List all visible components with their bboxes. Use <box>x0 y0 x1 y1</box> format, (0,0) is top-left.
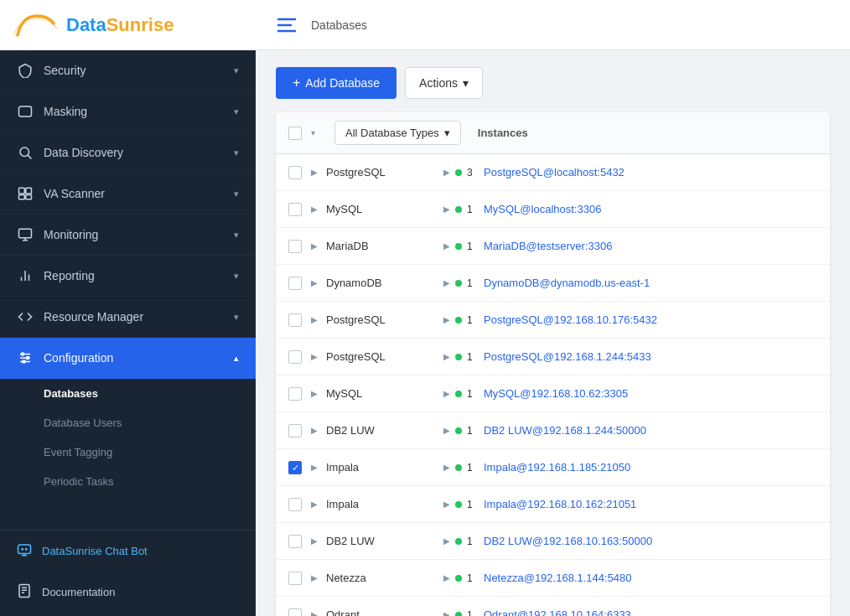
sort-wrap: ▾ <box>311 128 326 137</box>
instance-link[interactable]: MariaDB@testserver:3306 <box>484 240 612 252</box>
sidebar-subitem-database-users[interactable]: Database Users <box>0 408 256 437</box>
row-checkbox[interactable] <box>288 608 302 617</box>
sidebar-item-va-scanner[interactable]: VA Scanner ▾ <box>0 173 256 215</box>
instance-link[interactable]: DB2 LUW@192.168.1.244:50000 <box>484 424 646 437</box>
row-checkbox[interactable] <box>288 240 302 253</box>
sidebar-subitem-event-tagging[interactable]: Event Tagging <box>0 437 256 467</box>
row-checkbox-wrap[interactable] <box>288 165 303 180</box>
instance-link[interactable]: Qdrant@192.168.10.164:6333 <box>484 608 631 616</box>
sidebar-item-reporting[interactable]: Reporting ▾ <box>0 256 256 297</box>
expand-icon[interactable]: ▶ <box>311 463 318 472</box>
instance-link[interactable]: PostgreSQL@192.168.10.176:5432 <box>484 313 657 326</box>
status-dot <box>455 427 462 434</box>
row-checkbox[interactable] <box>288 498 302 511</box>
sidebar-item-configuration[interactable]: Configuration ▴ <box>0 338 256 379</box>
actions-button[interactable]: Actions ▾ <box>405 67 483 99</box>
instance-expand-icon[interactable]: ▶ <box>443 204 450 214</box>
row-checkbox[interactable] <box>288 572 302 585</box>
expand-icon[interactable]: ▶ <box>311 426 318 435</box>
svg-line-2 <box>28 155 31 158</box>
row-checkbox-wrap[interactable] <box>288 571 303 586</box>
select-all-checkbox-wrap[interactable] <box>288 126 303 141</box>
sidebar-item-security[interactable]: Security ▾ <box>0 50 256 91</box>
row-checkbox[interactable] <box>288 350 302 364</box>
plus-icon: + <box>293 75 300 91</box>
row-checkbox-wrap[interactable] <box>288 276 303 291</box>
instance-count: 3 <box>467 167 479 179</box>
row-checkbox[interactable] <box>288 387 302 401</box>
expand-icon[interactable]: ▶ <box>311 610 318 616</box>
instance-link[interactable]: Impala@192.168.10.162:21051 <box>484 498 636 510</box>
sidebar-subitem-periodic-tasks[interactable]: Periodic Tasks <box>0 467 256 496</box>
mask-icon <box>17 103 34 120</box>
sidebar-documentation[interactable]: Documentation <box>0 572 256 613</box>
instance-expand-icon[interactable]: ▶ <box>443 241 450 251</box>
sidebar-item-resource-manager[interactable]: Resource Manager ▾ <box>0 297 256 338</box>
row-checkbox-wrap[interactable] <box>288 460 303 475</box>
actions-label: Actions <box>419 76 458 90</box>
instance-expand-icon[interactable]: ▶ <box>443 426 450 435</box>
row-checkbox[interactable] <box>288 313 302 327</box>
expand-icon[interactable]: ▶ <box>311 500 318 509</box>
sidebar-toggle-button[interactable] <box>272 13 301 38</box>
instance-link[interactable]: PostgreSQL@192.168.1.244:5433 <box>484 350 651 363</box>
chevron-down-icon: ▾ <box>234 148 239 158</box>
instance-link[interactable]: DB2 LUW@192.168.10.163:50000 <box>484 535 652 547</box>
instance-expand-icon[interactable]: ▶ <box>443 536 450 546</box>
status-dot <box>455 243 462 250</box>
instance-link[interactable]: MySQL@192.168.10.62:3305 <box>484 387 628 400</box>
row-checkbox[interactable] <box>288 424 302 437</box>
row-checkbox-wrap[interactable] <box>288 239 303 254</box>
row-checkbox[interactable] <box>288 535 302 548</box>
instance-expand-icon[interactable]: ▶ <box>443 573 450 582</box>
sidebar-item-masking[interactable]: Masking ▾ <box>0 91 256 132</box>
row-checkbox-wrap[interactable] <box>288 349 303 365</box>
add-database-button[interactable]: + Add Database <box>276 67 396 99</box>
expand-icon[interactable]: ▶ <box>311 352 318 361</box>
instance-link[interactable]: DynamoDB@dynamodb.us-east-1 <box>484 277 650 289</box>
instance-link[interactable]: PostgreSQL@localhost:5432 <box>484 166 625 179</box>
instance-count: 1 <box>467 204 479 215</box>
expand-icon[interactable]: ▶ <box>311 573 318 582</box>
instance-expand-icon[interactable]: ▶ <box>443 278 450 287</box>
expand-icon[interactable]: ▶ <box>311 204 318 214</box>
row-checkbox[interactable] <box>288 203 302 216</box>
row-checkbox-wrap[interactable] <box>288 497 303 512</box>
row-checkbox-wrap[interactable] <box>288 423 303 438</box>
instance-link[interactable]: MySQL@localhost:3306 <box>484 203 601 215</box>
expand-icon[interactable]: ▶ <box>311 168 318 177</box>
row-checkbox-wrap[interactable] <box>288 386 303 401</box>
page-content: + Add Database Actions ▾ ▾ All Database … <box>256 50 850 616</box>
instance-expand-icon[interactable]: ▶ <box>443 168 450 177</box>
instance-expand-icon[interactable]: ▶ <box>443 500 450 509</box>
sidebar-chatbot[interactable]: DataSunrise Chat Bot <box>0 531 256 572</box>
instance-link[interactable]: Impala@192.168.1.185:21050 <box>484 461 630 474</box>
row-checkbox[interactable] <box>288 166 302 179</box>
row-checkbox-wrap[interactable] <box>288 534 303 549</box>
expand-icon[interactable]: ▶ <box>311 241 318 251</box>
row-checkbox-wrap[interactable] <box>288 313 303 328</box>
sidebar-subitem-databases[interactable]: Databases <box>0 379 256 408</box>
expand-icon[interactable]: ▶ <box>311 536 318 546</box>
select-all-checkbox[interactable] <box>288 127 302 140</box>
sidebar-item-data-discovery[interactable]: Data Discovery ▾ <box>0 132 256 173</box>
row-checkbox[interactable] <box>288 277 302 290</box>
instance-expand-icon[interactable]: ▶ <box>443 315 450 324</box>
filter-dropdown[interactable]: All Database Types ▾ <box>334 121 461 145</box>
instance-expand-icon[interactable]: ▶ <box>443 352 450 361</box>
sort-icon[interactable]: ▾ <box>311 128 315 137</box>
chevron-down-icon: ▾ <box>234 271 239 282</box>
row-checkbox-wrap[interactable] <box>288 608 303 617</box>
db-type-cell: PostgreSQL <box>326 350 435 363</box>
row-checkbox-wrap[interactable] <box>288 202 303 217</box>
instance-expand-icon[interactable]: ▶ <box>443 610 450 616</box>
instance-expand-icon[interactable]: ▶ <box>443 389 450 398</box>
expand-icon[interactable]: ▶ <box>311 315 318 324</box>
row-checkbox[interactable] <box>288 461 302 474</box>
db-type-cell: DB2 LUW <box>326 424 435 437</box>
instance-link[interactable]: Netezza@192.168.1.144:5480 <box>484 572 632 584</box>
expand-icon[interactable]: ▶ <box>311 389 318 398</box>
instance-expand-icon[interactable]: ▶ <box>443 463 450 472</box>
sidebar-item-monitoring[interactable]: Monitoring ▾ <box>0 215 256 256</box>
expand-icon[interactable]: ▶ <box>311 278 318 287</box>
